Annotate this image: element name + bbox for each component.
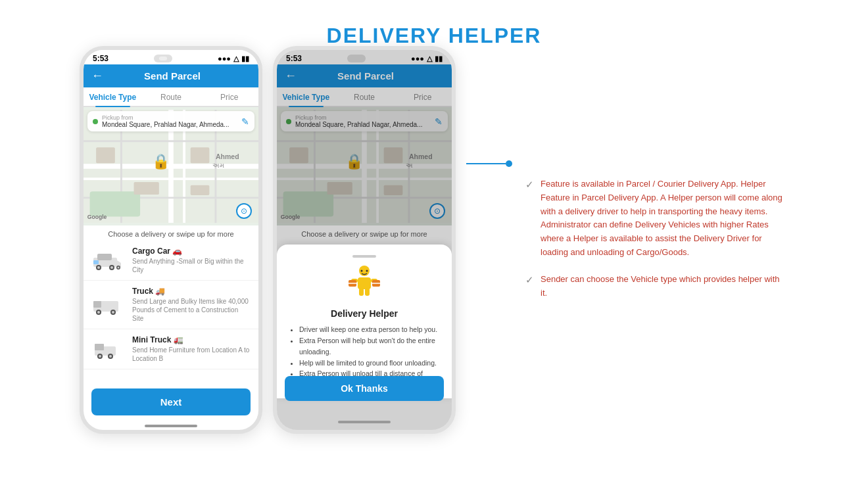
svg-point-35 xyxy=(99,355,101,358)
connector xyxy=(466,160,512,167)
svg-point-31 xyxy=(112,311,114,314)
phone1-vehicle-list: Cargo Car 🚗 Send Anything -Small or Big … xyxy=(84,241,258,383)
svg-rect-65 xyxy=(358,277,371,289)
svg-text:Google: Google xyxy=(87,214,107,220)
feature-note-2: ✓ Sender can choose the Vehicle type whi… xyxy=(525,273,788,300)
phone1-tab-route[interactable]: Route xyxy=(142,87,201,106)
popup-helper-icon xyxy=(287,264,441,304)
svg-point-25 xyxy=(118,267,120,269)
phone1-pickup-edit[interactable]: ✎ xyxy=(241,116,249,127)
phone2: 5:53 ●●● △ ▮▮ ← Send Parcel Vehicle Type… xyxy=(273,46,456,434)
svg-rect-13 xyxy=(191,185,210,195)
phone1-status-icons: ●●● △ ▮▮ xyxy=(218,55,249,63)
svg-point-20 xyxy=(97,266,100,269)
phone1-crosshair[interactable]: ⊙ xyxy=(236,203,252,219)
phone1-vehicle-minitruck[interactable]: Mini Truck 🚛 Send Home Furniture from Lo… xyxy=(84,329,258,369)
svg-point-22 xyxy=(110,266,113,269)
phone1-next-btn[interactable]: Next xyxy=(91,388,251,415)
popup-point-2: Extra Person will help but won't do the … xyxy=(299,335,441,358)
phone1-pickup-label: Pickup from xyxy=(102,114,237,121)
svg-rect-12 xyxy=(134,182,159,195)
feature-note-1: ✓ Feature is available in Parcel / Couri… xyxy=(525,177,788,260)
phone1-pickup-address: Mondeal Square, Prahlad Nagar, Ahmeda... xyxy=(102,121,237,128)
phone1-vehicle-truck[interactable]: Truck 🚚 Send Large and Bulky Items like … xyxy=(84,281,258,329)
phone1-truck-info: Truck 🚚 Send Large and Bulky Items like … xyxy=(132,287,251,323)
phone1-home-indicator xyxy=(84,421,258,430)
phone1-cargo-desc: Send Anything -Small or Big within the C… xyxy=(132,257,251,274)
svg-point-75 xyxy=(366,270,368,272)
phone2-home-indicator xyxy=(277,417,452,426)
phone1-truck-name: Truck 🚚 xyxy=(132,287,251,296)
popup-swipe-handle[interactable] xyxy=(352,255,376,258)
svg-rect-23 xyxy=(93,260,99,264)
page-title: DELIVERY HELPER xyxy=(327,24,542,48)
phone1-vehicle-cargo[interactable]: Cargo Car 🚗 Send Anything -Small or Big … xyxy=(84,241,258,281)
phone1-cargo-info: Cargo Car 🚗 Send Anything -Small or Big … xyxy=(132,246,251,274)
phone1-minitruck-desc: Send Home Furniture from Location A to L… xyxy=(132,346,251,363)
popup-point-1: Driver will keep one extra person to hel… xyxy=(299,324,441,335)
svg-rect-33 xyxy=(95,344,104,350)
phone1-cargo-name: Cargo Car 🚗 xyxy=(132,246,251,256)
svg-text:અમ: અમ xyxy=(212,162,224,169)
feature-text-2: Sender can choose the Vehicle type which… xyxy=(541,273,788,300)
phone1-header-title: Send Parcel xyxy=(110,70,235,82)
phone1-pickup-text: Pickup from Mondeal Square, Prahlad Naga… xyxy=(102,114,237,128)
popup-title: Delivery Helper xyxy=(287,308,441,319)
phone1-green-dot xyxy=(93,119,98,124)
popup-point-3: Help will be limited to ground floor unl… xyxy=(299,358,441,369)
check-icon-2: ✓ xyxy=(525,274,534,286)
phone1-map: Ahmed અમ Google Pickup from Mondeal Squa… xyxy=(84,107,258,225)
phone1: 5:53 ●●● △ ▮▮ ← Send Parcel Vehicle Type… xyxy=(80,46,262,434)
phone1-map-pin: 🔒 xyxy=(152,154,170,171)
phone1-status-bar: 5:53 ●●● △ ▮▮ xyxy=(84,50,258,64)
phone1-header: ← Send Parcel xyxy=(84,64,258,87)
phone2-ok-btn[interactable]: Ok Thanks xyxy=(285,376,444,401)
feature-notes: ✓ Feature is available in Parcel / Couri… xyxy=(512,151,788,300)
svg-rect-69 xyxy=(365,288,370,296)
phone2-popup-panel: Delivery Helper Driver will keep one ext… xyxy=(277,245,452,398)
svg-point-37 xyxy=(109,355,112,358)
phone1-choose-delivery: Choose a delivery or swipe up for more xyxy=(84,225,258,241)
phone1-tab-vehicle[interactable]: Vehicle Type xyxy=(84,87,142,106)
svg-rect-9 xyxy=(90,191,141,216)
phone1-pickup-bar: Pickup from Mondeal Square, Prahlad Naga… xyxy=(87,111,254,131)
phone1-minitruck-info: Mini Truck 🚛 Send Home Furniture from Lo… xyxy=(132,335,251,363)
check-icon-1: ✓ xyxy=(525,179,534,191)
phone1-cargo-img xyxy=(91,248,126,272)
svg-rect-11 xyxy=(191,147,210,163)
svg-text:Ahmed: Ahmed xyxy=(216,153,239,160)
svg-rect-10 xyxy=(96,147,115,163)
phone1-back-arrow[interactable]: ← xyxy=(91,69,103,83)
svg-rect-18 xyxy=(97,254,112,260)
phone1-time: 5:53 xyxy=(93,54,108,63)
phone1-minitruck-name: Mini Truck 🚛 xyxy=(132,335,251,344)
svg-point-29 xyxy=(97,311,100,314)
phone1-tab-price[interactable]: Price xyxy=(200,87,258,106)
svg-point-74 xyxy=(361,270,363,272)
phone1-truck-desc: Send Large and Bulky Items like 40,000 P… xyxy=(132,297,251,323)
feature-text-1: Feature is available in Parcel / Courier… xyxy=(541,177,788,260)
phone1-truck-img xyxy=(91,293,126,317)
phone1-tab-bar: Vehicle Type Route Price xyxy=(84,87,258,107)
svg-rect-68 xyxy=(359,288,364,296)
svg-rect-27 xyxy=(93,301,101,308)
phone1-minitruck-img xyxy=(91,337,126,361)
